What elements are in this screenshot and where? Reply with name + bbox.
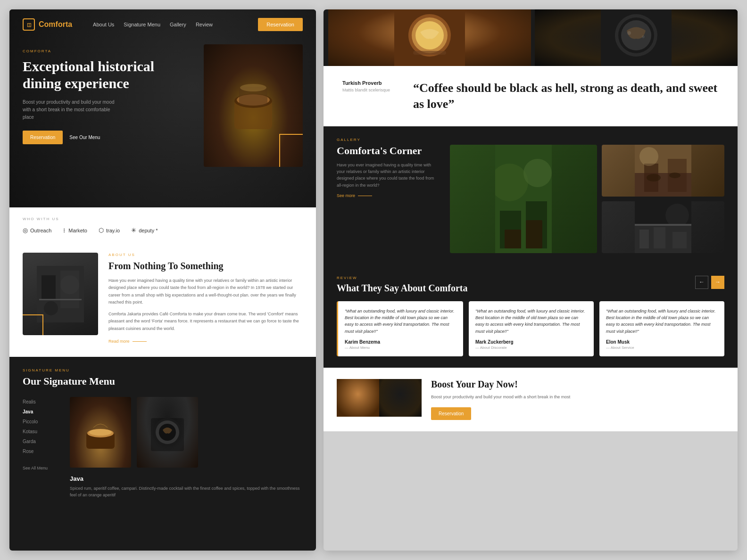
top-coffee-svg-1 <box>394 9 465 66</box>
see-all-menu[interactable]: See All Menu <box>23 466 60 470</box>
about-title: From Nothing To Something <box>108 261 303 272</box>
top-coffee-visual-2 <box>535 9 738 66</box>
about-image <box>23 253 98 335</box>
hero-text: COMFORTA Exceptional historical dining e… <box>23 44 194 144</box>
boost-visual-1 <box>337 379 379 417</box>
cafe-interior-2-svg <box>635 145 691 197</box>
menu-layout: Realis Java Piccolo Kotasu Garda Rose Se… <box>23 397 303 499</box>
menu-link-realis[interactable]: Realis <box>23 397 60 407</box>
menu-link-kotasu[interactable]: Kotasu <box>23 427 60 436</box>
logo[interactable]: ◫ Comforta <box>23 18 72 31</box>
navigation: ◫ Comforta About Us Signature Menu Galle… <box>9 9 316 40</box>
partner-outreach-name: Outreach <box>30 228 51 233</box>
review-card-3: "What an outstanding food, with luxury a… <box>599 301 724 357</box>
gallery-column-right <box>602 145 724 253</box>
svg-point-4 <box>240 84 266 91</box>
read-more-link[interactable]: Read more <box>108 339 303 344</box>
boost-content: Boost Your Day Now! Boost your productiv… <box>431 379 724 420</box>
about-content: ABOUT US From Nothing To Something Have … <box>108 253 303 344</box>
about-desc1: Have you ever imagined having a quality … <box>108 277 303 306</box>
tray-icon: ⬡ <box>99 227 104 234</box>
svg-point-34 <box>523 159 552 187</box>
nav-signature-menu[interactable]: Signature Menu <box>124 22 160 27</box>
hero-content: COMFORTA Exceptional historical dining e… <box>9 40 316 176</box>
review-text-2: "What an outstanding food, with luxury a… <box>475 308 587 335</box>
boost-title: Boost Your Day Now! <box>431 379 724 390</box>
top-coffee-image-2 <box>535 9 738 66</box>
gallery-visual-beige <box>602 145 724 197</box>
menu-images <box>70 397 303 468</box>
svg-point-8 <box>44 301 58 315</box>
menu-image-1 <box>70 397 131 468</box>
svg-rect-36 <box>526 220 542 248</box>
read-more-line <box>133 341 147 342</box>
coffee-cup-svg <box>79 409 122 456</box>
marketo-icon: ⫶ <box>63 227 66 234</box>
reviews-grid: "What an outstanding food, with luxury a… <box>337 301 724 357</box>
review-author-2: Mark Zuckerberg <box>475 339 587 345</box>
svg-point-29 <box>642 35 645 38</box>
boost-image-1 <box>337 379 379 417</box>
hero-section: ◫ Comforta About Us Signature Menu Galle… <box>9 9 316 207</box>
nav-gallery[interactable]: Gallery <box>170 22 186 27</box>
hero-image-visual <box>204 44 303 167</box>
top-coffee-svg-2 <box>601 9 672 66</box>
menu-section-label: SIGNATURE MENU <box>23 368 303 372</box>
svg-rect-23 <box>413 51 446 55</box>
menu-link-garda[interactable]: Garda <box>23 436 60 446</box>
svg-rect-9 <box>39 299 82 300</box>
boost-visual-2 <box>379 379 422 417</box>
see-more-text: See more <box>337 193 355 198</box>
top-coffee-images <box>324 9 738 66</box>
boost-image-2 <box>379 379 422 417</box>
menu-content: Java Spiced rum, aperitif coffee, campar… <box>70 397 303 499</box>
reviews-header: REVIEW What They Say About Comforta ← → <box>337 276 724 294</box>
see-more-line <box>358 196 372 196</box>
about-label: ABOUT US <box>108 253 303 257</box>
gallery-label: GALLERY <box>337 138 724 142</box>
hero-menu-button[interactable]: See Our Menu <box>69 135 100 140</box>
menu-link-rose[interactable]: Rose <box>23 446 60 456</box>
coffee-hero-svg <box>225 73 282 139</box>
nav-links: About Us Signature Menu Gallery Review <box>93 22 247 27</box>
gallery-section: GALLERY Comforta's Corner Have you ever … <box>324 126 738 264</box>
review-card-1: "What an outstanding food, with luxury a… <box>337 301 463 357</box>
cafe-interior-svg <box>37 266 84 322</box>
hero-description: Boost your productivity and build your m… <box>23 99 117 121</box>
svg-rect-6 <box>42 275 56 299</box>
reviews-next-button[interactable]: → <box>711 276 724 289</box>
menu-link-java[interactable]: Java <box>23 407 60 417</box>
about-section: ABOUT US From Nothing To Something Have … <box>9 243 316 357</box>
menu-coffee-visual-2 <box>137 397 198 468</box>
menu-coffee-visual-1 <box>70 397 131 468</box>
reviews-title: What They Say About Comforta <box>337 283 467 294</box>
svg-rect-46 <box>639 230 649 248</box>
gallery-description: Have you ever imagined having a quality … <box>337 162 440 189</box>
nav-reservation-button[interactable]: Reservation <box>258 18 303 31</box>
dark-coffee-svg <box>146 409 189 456</box>
gallery-column-left <box>450 145 597 253</box>
menu-sidebar: Realis Java Piccolo Kotasu Garda Rose Se… <box>23 397 60 499</box>
menu-image-2 <box>137 397 198 468</box>
svg-point-42 <box>669 173 681 178</box>
review-about-2: — About Discorate <box>475 346 587 350</box>
review-author-1: Karim Benzema <box>345 339 456 345</box>
hero-reservation-button[interactable]: Reservation <box>23 131 63 144</box>
gallery-see-more[interactable]: See more <box>337 193 440 198</box>
gallery-image-tall <box>450 145 597 253</box>
cafe-bar-svg <box>635 201 691 253</box>
menu-link-piccolo[interactable]: Piccolo <box>23 417 60 427</box>
review-about-1: — About Menu <box>345 346 456 350</box>
review-text-1: "What an outstanding food, with luxury a… <box>345 308 456 335</box>
svg-rect-50 <box>635 224 691 226</box>
quote-section: Turkish Proverb Mattis blandit scelerisq… <box>324 66 738 126</box>
nav-review[interactable]: Review <box>196 22 213 27</box>
svg-point-49 <box>665 204 689 227</box>
svg-point-41 <box>647 174 661 181</box>
boost-reservation-button[interactable]: Reservation <box>431 407 471 420</box>
review-about-3: — About Service <box>606 346 718 350</box>
nav-about[interactable]: About Us <box>93 22 114 27</box>
reviews-prev-button[interactable]: ← <box>695 276 708 289</box>
hero-image <box>204 44 303 167</box>
review-card-2: "What an outstanding food, with luxury a… <box>469 301 594 357</box>
